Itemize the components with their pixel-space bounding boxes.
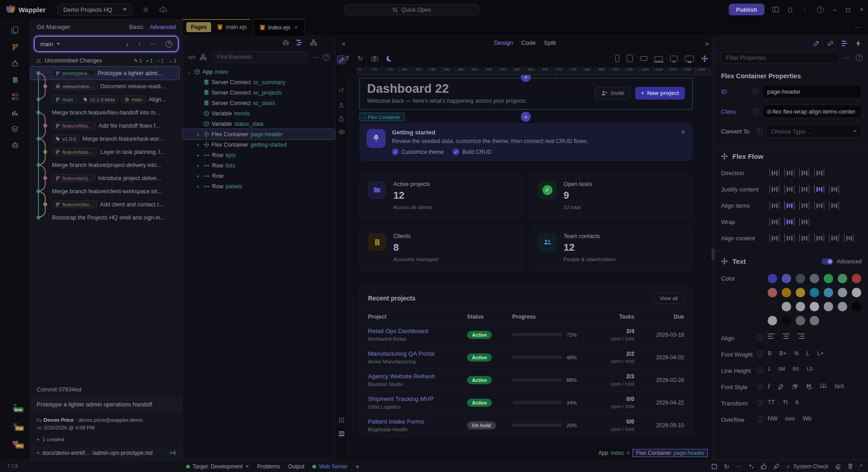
font-weight-option[interactable]: B+ bbox=[779, 350, 787, 357]
git-help-icon[interactable]: ? bbox=[165, 41, 172, 48]
pages-icon[interactable] bbox=[11, 26, 19, 34]
align-content-option[interactable] bbox=[814, 234, 824, 242]
overflow-option[interactable]: ooo bbox=[785, 415, 795, 422]
view-mode-design[interactable]: Design bbox=[494, 39, 513, 46]
style-droplet-icon[interactable] bbox=[337, 114, 346, 123]
commit-row[interactable]: v1.0.0Merge branch feature/task-wor... bbox=[30, 132, 182, 145]
text-width-button[interactable] bbox=[820, 384, 827, 389]
table-row[interactable]: Shipment Tracking MVPOrbit LogisticsActi… bbox=[360, 391, 692, 414]
tab-overflow-icon[interactable]: ⋯ bbox=[855, 24, 862, 31]
cloud-sync-icon[interactable] bbox=[159, 6, 167, 13]
color-swatch[interactable] bbox=[810, 302, 819, 311]
align-items-option[interactable] bbox=[814, 201, 824, 210]
info-icon[interactable]: i bbox=[753, 89, 759, 95]
panel-help-icon[interactable]: ? bbox=[323, 54, 330, 61]
redo-icon[interactable]: ↻ bbox=[358, 54, 363, 62]
commit-row[interactable]: release/dem...Document release-readi... bbox=[30, 80, 182, 93]
direction-option[interactable] bbox=[784, 169, 794, 177]
justify-content-option[interactable] bbox=[814, 185, 824, 193]
info-icon[interactable]: i bbox=[757, 335, 763, 341]
collapse-chevron-icon[interactable]: ^ bbox=[860, 463, 863, 470]
color-swatch[interactable] bbox=[852, 302, 861, 311]
overflow-option[interactable]: Wb bbox=[802, 415, 811, 422]
reports-chart-icon[interactable] bbox=[12, 110, 18, 116]
color-swatch[interactable] bbox=[768, 302, 777, 311]
breadcrumb-selected[interactable]: Flex Container page-header bbox=[632, 449, 708, 457]
line-height-option[interactable]: SM bbox=[778, 366, 785, 372]
align-content-option[interactable] bbox=[799, 234, 809, 242]
tree-row-status_data[interactable]: Variablestatus_data bbox=[183, 119, 335, 129]
commit-row[interactable]: feature/proj...Introduce project delive.… bbox=[30, 172, 182, 185]
color-swatch[interactable] bbox=[810, 288, 819, 297]
chevron-icon[interactable]: ▸ bbox=[195, 132, 201, 137]
invite-button[interactable]: Invite bbox=[595, 87, 631, 100]
output-button[interactable]: Output bbox=[288, 463, 304, 470]
color-swatch[interactable] bbox=[782, 302, 791, 311]
system-check-button[interactable]: ✓ System Check bbox=[786, 463, 828, 470]
color-swatch[interactable] bbox=[810, 274, 819, 283]
align-items-option[interactable] bbox=[829, 201, 839, 210]
code-view-icon[interactable]: </> bbox=[188, 54, 195, 61]
community-beta-icon[interactable]: Beta bbox=[12, 404, 18, 410]
commit-badge[interactable]: feature/proj... bbox=[52, 174, 95, 182]
color-swatch[interactable] bbox=[810, 316, 819, 325]
device-phone-landscape-icon[interactable] bbox=[640, 56, 647, 61]
overflow-option[interactable]: NW bbox=[768, 415, 778, 422]
tree-row-trends[interactable]: Variabletrends bbox=[183, 108, 335, 119]
lightning-icon[interactable] bbox=[856, 40, 861, 47]
commit-row[interactable]: mainv1.1.0-betamainAlign... bbox=[30, 93, 182, 106]
kpi-card[interactable]: Active projects12Across all clients bbox=[359, 174, 523, 219]
page-header-section[interactable]: Dashboard 22 Welcome back — here's what'… bbox=[359, 78, 693, 110]
structure-tree-icon[interactable] bbox=[200, 54, 207, 60]
justify-content-option[interactable] bbox=[799, 185, 809, 193]
align-content-option[interactable] bbox=[784, 234, 794, 242]
line-height-option[interactable]: BS bbox=[793, 366, 799, 372]
convert-type-select[interactable]: Choose Type ... bbox=[766, 124, 862, 138]
quick-open-button[interactable]: Quick Open bbox=[344, 4, 479, 15]
transform-option[interactable]: Tt bbox=[783, 399, 788, 405]
git-mode-basic[interactable]: Basic bbox=[129, 24, 143, 30]
tab-main-ejs[interactable]: 5 main.ejs bbox=[211, 19, 253, 36]
edit-pencil-icon[interactable] bbox=[337, 55, 346, 64]
align-content-option[interactable] bbox=[829, 234, 839, 242]
new-project-button[interactable]: + New project bbox=[635, 87, 685, 100]
project-link[interactable]: Patient Intake Forms bbox=[368, 418, 467, 425]
close-tab-icon[interactable]: × bbox=[294, 24, 298, 31]
refresh-icon[interactable]: ↻ bbox=[724, 463, 729, 470]
tree-row-page-header[interactable]: ▸Flex Containerpage-header bbox=[183, 129, 335, 139]
commit-row[interactable]: Merge branch feature/client-workspace in… bbox=[30, 185, 182, 198]
color-swatch[interactable] bbox=[782, 288, 791, 297]
chevron-icon[interactable]: ⌄ bbox=[186, 69, 192, 74]
color-swatch[interactable] bbox=[852, 274, 861, 283]
uncommitted-changes-row[interactable]: ⚠ Uncommitted Changes ✎1+1−1→1 bbox=[30, 55, 182, 67]
selection-tag[interactable]: ‹ Flex Container bbox=[359, 113, 405, 121]
move-cross-icon[interactable] bbox=[721, 258, 728, 265]
italic-button[interactable]: I bbox=[768, 382, 770, 390]
transform-option[interactable]: tt bbox=[795, 399, 798, 405]
project-selector[interactable]: Demo Projects HQ bbox=[57, 4, 132, 16]
sponsor-heart-icon[interactable]: Pro bbox=[12, 440, 19, 446]
commit-row[interactable]: Merge branch feature/project-delivery in… bbox=[30, 158, 182, 172]
web-server-button[interactable]: Web Server bbox=[312, 463, 347, 470]
color-swatch[interactable] bbox=[838, 274, 847, 283]
align-left-button[interactable] bbox=[768, 334, 775, 339]
window-maximize-button[interactable]: ◻ bbox=[845, 6, 851, 13]
unlink-icon[interactable] bbox=[827, 40, 834, 47]
check-item-build-crud[interactable]: ✓Build CRUD bbox=[453, 148, 491, 155]
info-icon[interactable]: i bbox=[757, 351, 763, 357]
props-more-icon[interactable]: ⋯ bbox=[844, 54, 850, 61]
color-swatch[interactable] bbox=[824, 288, 833, 297]
device-phone-icon[interactable] bbox=[615, 55, 619, 62]
color-swatch[interactable] bbox=[838, 302, 847, 311]
find-elements-input[interactable] bbox=[211, 51, 308, 63]
chevron-icon[interactable]: ▸ bbox=[195, 153, 201, 157]
font-weight-option[interactable]: B bbox=[768, 350, 772, 357]
branch-dropdown[interactable]: main bbox=[40, 41, 53, 48]
database-icon[interactable] bbox=[12, 76, 19, 84]
git-mode-advanced[interactable]: Advanced bbox=[150, 24, 176, 30]
git-pull-icon[interactable]: ↓ bbox=[126, 40, 129, 48]
add-element-button[interactable]: + bbox=[521, 112, 531, 122]
info-icon[interactable]: i bbox=[753, 109, 759, 114]
tree-row-panels[interactable]: ▸Rowpanels bbox=[183, 181, 335, 191]
wrap-option[interactable] bbox=[799, 218, 809, 226]
